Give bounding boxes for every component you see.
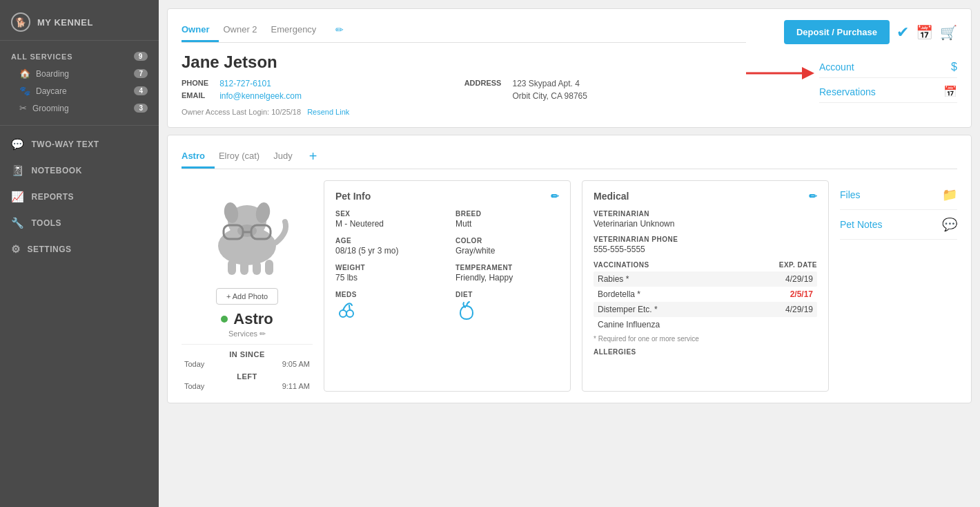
medical-edit-icon[interactable]: ✏ [809,191,817,202]
pet-avatar [195,180,299,284]
sidebar: 🐕 My Kennel ALL SERVICES 9 🏠 Boarding 7 … [0,0,159,507]
vet-phone-label: VETERINARIAN PHONE [594,236,817,243]
sidebar-top[interactable]: 🐕 My Kennel [0,0,159,41]
cart-icon[interactable]: 🛒 [940,24,957,41]
medical-box: Medical ✏ VETERINARIAN Veterinarian Unkn… [582,180,829,392]
add-pet-button[interactable]: + [309,149,317,166]
files-icon: 📁 [942,187,957,202]
vet-label: VETERINARIAN [594,210,817,218]
tab-elroy[interactable]: Elroy (cat) [219,146,269,169]
tab-emergency[interactable]: Emergency [271,20,326,42]
sidebar-item-reports[interactable]: 📈 Reports [0,184,159,210]
tab-owner[interactable]: Owner [182,20,219,42]
services-edit-icon[interactable]: ✏ [259,329,266,338]
svg-point-17 [346,310,353,317]
resend-link[interactable]: Resend Link [307,108,349,116]
in-since-label: IN SINCE [182,350,313,358]
in-since-section: IN SINCE Today 9:05 AM [182,350,313,370]
breed-label: BREED [455,210,559,218]
pet-photo-column: + Add Photo Astro Services ✏ IN SINCE To… [182,180,313,392]
grooming-icon: ✂ [19,103,27,113]
left-label: LEFT [182,372,313,381]
pet-notes-icon: 💬 [942,217,957,232]
diet-label: DIET [455,291,559,298]
vacc-date: 4/29/19 [785,274,813,284]
email-value[interactable]: info@kennelgeek.com [219,91,453,101]
reservations-link[interactable]: Reservations 📅 [819,81,957,103]
pet-name-row: Astro [221,310,273,328]
owner-details: PHONE 812-727-6101 ADDRESS 123 Skypad Ap… [182,79,746,101]
tools-label: Tools [32,218,62,228]
vaccination-row: Canine Influenza [594,317,817,332]
sidebar-item-boarding[interactable]: 🏠 Boarding 7 [0,65,159,82]
age-value: 08/18 (5 yr 3 mo) [335,246,439,256]
checkmark-icon[interactable]: ✔ [896,23,909,41]
pet-info-edit-icon[interactable]: ✏ [551,191,559,202]
pet-silhouette [199,184,295,280]
vacc-date: 4/29/19 [785,305,813,314]
address-label: ADDRESS [464,79,502,88]
main-content: Owner Owner 2 Emergency ✏ Jane Jetson PH… [159,0,980,507]
vet-value: Veterinarian Unknown [594,219,817,229]
sidebar-item-notebook[interactable]: 📓 Notebook [0,157,159,184]
address-line1: 123 Skypad Apt. 4 [512,79,746,88]
vacc-name: Bordetella * [598,289,640,299]
files-label: Files [840,189,861,200]
edit-owner-icon[interactable]: ✏ [330,20,349,42]
account-label: Account [819,61,854,73]
in-since-day: Today [184,360,204,368]
owner-card: Owner Owner 2 Emergency ✏ Jane Jetson PH… [167,8,972,128]
svg-point-16 [340,310,346,317]
left-day: Today [184,382,204,390]
sidebar-item-settings[interactable]: ⚙ Settings [0,236,159,262]
notebook-icon: 📓 [11,164,25,177]
all-services-section: ALL SERVICES 9 🏠 Boarding 7 🐾 Daycare 4 … [0,41,159,119]
vacc-name: Distemper Etc. * [598,305,658,314]
reports-label: Reports [32,192,75,202]
vacc-name: Rabies * [598,274,629,284]
color-value: Gray/white [455,246,559,256]
svg-rect-13 [240,261,248,275]
daycare-badge: 4 [134,86,148,95]
pet-notes-link[interactable]: Pet Notes 💬 [840,210,957,240]
email-label: EMAIL [182,91,208,101]
add-photo-button[interactable]: + Add Photo [216,288,278,305]
deposit-purchase-button[interactable]: Deposit / Purchase [784,20,890,44]
files-link[interactable]: Files 📁 [840,180,957,210]
svg-rect-15 [265,260,273,275]
calendar-icon[interactable]: 📅 [916,24,933,41]
owner-access: Owner Access Last Login: 10/25/18 Resend… [182,108,746,116]
meds-label: MEDS [335,291,439,298]
settings-icon: ⚙ [11,243,21,256]
in-since-row: Today 9:05 AM [182,358,313,370]
account-link[interactable]: Account $ [819,57,957,78]
sex-label: SEX [335,210,439,218]
sidebar-item-grooming[interactable]: ✂ Grooming 3 [0,99,159,117]
diet-field: DIET [455,291,559,325]
phone-value[interactable]: 812-727-6101 [219,79,453,88]
vacc-header: VACCINATIONS EXP. DATE [594,261,817,269]
svg-point-11 [257,229,264,236]
sidebar-item-tools[interactable]: 🔧 Tools [0,210,159,236]
vaccination-row: Rabies *4/29/19 [594,271,817,287]
breed-value: Mutt [455,219,559,229]
allergies-label: ALLERGIES [594,348,817,356]
all-services-label: ALL SERVICES [11,52,72,61]
vacc-name: Canine Influenza [598,320,660,329]
left-section: LEFT Today 9:11 AM [182,372,313,392]
tab-owner2[interactable]: Owner 2 [223,20,266,42]
boarding-icon: 🏠 [19,68,30,79]
vacc-note: * Required for one or more service [594,335,817,343]
sidebar-item-daycare[interactable]: 🐾 Daycare 4 [0,82,159,99]
notebook-label: Notebook [32,166,82,175]
sidebar-item-two-way-text[interactable]: 💬 Two-Way Text [0,131,159,157]
tab-judy[interactable]: Judy [273,146,302,169]
two-way-text-icon: 💬 [11,138,25,151]
pet-services-row: Services ✏ [228,329,266,338]
age-field: AGE 08/18 (5 yr 3 mo) [335,237,439,256]
reservations-calendar-icon: 📅 [943,85,957,98]
all-services-header[interactable]: ALL SERVICES 9 [0,48,159,65]
tab-astro[interactable]: Astro [182,146,215,169]
left-time: 9:11 AM [282,382,310,390]
color-field: COLOR Gray/white [455,237,559,256]
